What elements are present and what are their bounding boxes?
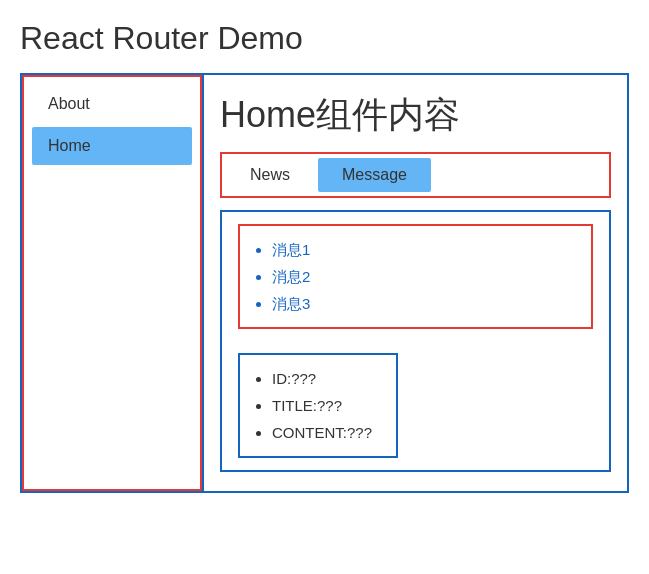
tab-message[interactable]: Message (318, 158, 431, 192)
tabs-row: News Message (220, 152, 611, 198)
messages-panel: 消息1 消息2 消息3 ID:??? TITLE:??? CONTENT:??? (220, 210, 611, 472)
main-layout: About Home Home组件内容 News Message 消息1 消息2… (20, 73, 629, 493)
list-item[interactable]: 消息1 (272, 236, 577, 263)
detail-title: TITLE:??? (272, 392, 382, 419)
sidebar-item-home[interactable]: Home (32, 127, 192, 165)
content-area: Home组件内容 News Message 消息1 消息2 消息3 (202, 75, 627, 491)
list-item[interactable]: 消息3 (272, 290, 577, 317)
detail-id: ID:??? (272, 365, 382, 392)
tab-news[interactable]: News (226, 158, 314, 192)
message-list-ul: 消息1 消息2 消息3 (254, 236, 577, 317)
home-component-title: Home组件内容 (220, 91, 611, 140)
page-title: React Router Demo (20, 20, 629, 57)
message-detail-ul: ID:??? TITLE:??? CONTENT:??? (254, 365, 382, 446)
sidebar-item-about[interactable]: About (32, 85, 192, 123)
detail-content: CONTENT:??? (272, 419, 382, 446)
list-item[interactable]: 消息2 (272, 263, 577, 290)
message-detail: ID:??? TITLE:??? CONTENT:??? (238, 353, 398, 458)
message-list: 消息1 消息2 消息3 (238, 224, 593, 329)
sidebar: About Home (22, 75, 202, 491)
messages-column: 消息1 消息2 消息3 ID:??? TITLE:??? CONTENT:??? (238, 224, 593, 458)
